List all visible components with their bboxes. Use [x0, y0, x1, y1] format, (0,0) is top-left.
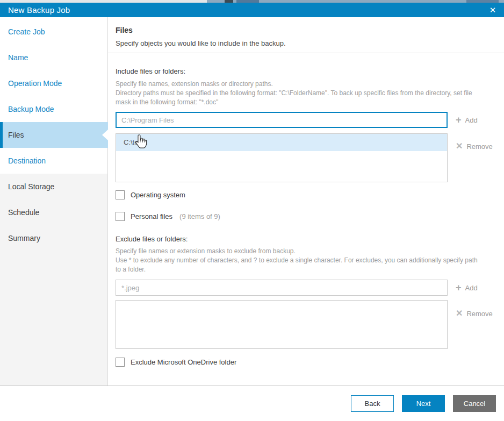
exclude-remove-button[interactable]: ✕ Remove — [456, 305, 493, 322]
exclude-mask-input[interactable] — [116, 280, 448, 296]
operating-system-checkbox-row[interactable]: Operating system — [116, 190, 185, 199]
add-button-label: Add — [465, 116, 478, 124]
close-icon[interactable]: ✕ — [488, 6, 498, 14]
add-button-label: Add — [465, 284, 478, 292]
plus-icon: + — [456, 115, 462, 125]
personal-files-checkbox[interactable] — [116, 212, 125, 221]
dialog-footer: Back Next Cancel — [0, 387, 504, 421]
sidebar-item-schedule: Schedule — [0, 199, 108, 225]
exclude-section-label: Exclude files or folders: — [116, 235, 188, 243]
dialog-titlebar: New Backup Job ✕ — [0, 3, 504, 17]
operating-system-checkbox[interactable] — [116, 190, 125, 199]
checkbox-label: Operating system — [131, 191, 185, 199]
sidebar-item-files[interactable]: Files — [0, 122, 108, 148]
x-icon: ✕ — [456, 309, 463, 318]
sidebar-item-name[interactable]: Name — [0, 45, 108, 70]
sidebar-item-local-storage: Local Storage — [0, 174, 108, 199]
sidebar-item-summary: Summary — [0, 225, 108, 251]
exclude-items-list[interactable] — [116, 300, 448, 349]
checkbox-label: Exclude Microsoft OneDrive folder — [131, 358, 236, 366]
back-button[interactable]: Back — [351, 395, 394, 412]
personal-files-count: (9 items of 9) — [179, 212, 220, 220]
page-title: Files — [116, 26, 133, 34]
exclude-onedrive-checkbox-row[interactable]: Exclude Microsoft OneDrive folder — [116, 358, 236, 367]
header-divider — [108, 53, 504, 53]
sidebar-item-create-job[interactable]: Create Job — [0, 19, 108, 45]
include-section-label: Include files or folders: — [116, 67, 185, 75]
remove-button-label: Remove — [466, 310, 492, 318]
exclude-onedrive-checkbox[interactable] — [116, 358, 125, 367]
page-subtitle: Specify objects you would like to includ… — [116, 39, 286, 47]
include-items-list[interactable]: C:\test — [116, 133, 448, 182]
checkbox-label: Personal files — [131, 212, 172, 220]
dialog-body: Create Job Name Operation Mode Backup Mo… — [0, 17, 504, 386]
next-button[interactable]: Next — [402, 395, 445, 412]
remove-button-label: Remove — [466, 142, 492, 151]
include-remove-button[interactable]: ✕ Remove — [456, 138, 493, 154]
x-icon: ✕ — [456, 142, 463, 151]
exclude-add-button[interactable]: + Add — [456, 280, 478, 296]
include-add-button[interactable]: + Add — [456, 112, 478, 128]
wizard-steps-sidebar: Create Job Name Operation Mode Backup Mo… — [0, 17, 108, 386]
list-item[interactable]: C:\test — [116, 134, 447, 151]
include-hint-text: Specify file names, extension masks or d… — [116, 80, 472, 107]
wizard-page-files: Files Specify objects you would like to … — [108, 17, 504, 386]
cancel-button[interactable]: Cancel — [453, 395, 496, 412]
include-path-input[interactable] — [116, 112, 448, 128]
exclude-hint-text: Specify file names or extension masks to… — [116, 247, 478, 274]
plus-icon: + — [456, 283, 462, 292]
new-backup-job-dialog: New Backup Job ✕ Create Job Name Operati… — [0, 3, 504, 421]
dialog-title: New Backup Job — [8, 5, 70, 15]
personal-files-checkbox-row[interactable]: Personal files (9 items of 9) — [116, 212, 220, 221]
sidebar-item-destination[interactable]: Destination — [0, 148, 108, 174]
sidebar-item-operation-mode[interactable]: Operation Mode — [0, 70, 108, 96]
sidebar-item-backup-mode[interactable]: Backup Mode — [0, 96, 108, 122]
